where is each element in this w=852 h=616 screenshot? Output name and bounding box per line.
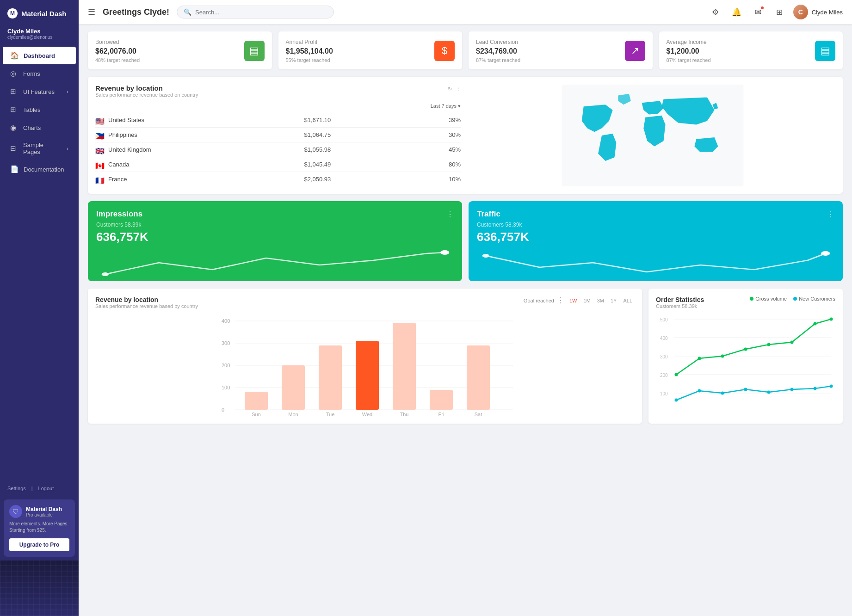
svg-rect-15	[245, 392, 268, 410]
user-menu[interactable]: C Clyde Miles	[793, 5, 843, 19]
stat-card-lead-conversion: Lead Conversion $234,769.00 87% target r…	[469, 31, 653, 69]
svg-point-54	[830, 385, 833, 388]
svg-point-2	[440, 250, 449, 255]
documentation-icon: 📄	[10, 165, 19, 173]
sidebar-item-sample-pages[interactable]: ⊟ Sample Pages ›	[3, 137, 76, 160]
settings-icon-button[interactable]: ⚙	[708, 5, 723, 19]
sidebar-item-charts[interactable]: ◉ Charts	[3, 119, 76, 136]
apps-icon-button[interactable]: ⊞	[772, 5, 787, 19]
forms-icon: ◎	[10, 69, 19, 78]
period-1m[interactable]: 1M	[581, 297, 593, 304]
svg-point-43	[767, 343, 771, 346]
traffic-title: Traffic	[477, 209, 500, 219]
revenue-section: Revenue by location Sales performance re…	[88, 77, 843, 194]
date-filter[interactable]: Last 7 days ▾	[95, 103, 461, 109]
search-box[interactable]: 🔍	[177, 6, 334, 18]
logo-text: Material Dash	[21, 10, 67, 18]
impressions-value: 636,757K	[96, 230, 454, 244]
svg-text:Thu: Thu	[400, 412, 409, 416]
svg-text:Tue: Tue	[326, 412, 335, 416]
upgrade-button[interactable]: Upgrade to Pro	[9, 538, 69, 551]
legend-new-customers: New Cusromers	[799, 296, 835, 302]
stat-icon-profit: $	[434, 41, 455, 61]
stat-label: Annual Profit	[286, 39, 435, 45]
svg-text:Wed: Wed	[362, 412, 372, 416]
traffic-more-icon[interactable]: ⋮	[827, 210, 834, 219]
revenue-title: Revenue by location	[95, 84, 198, 92]
table-row: 🇵🇭 Philippines $1,064.75 30%	[95, 128, 461, 142]
sidebar-nav: 🏠 Dashboard ◎ Forms ⊞ UI Features › ⊞ Ta…	[0, 46, 79, 481]
impressions-title: Impressions	[96, 209, 142, 219]
settings-link[interactable]: Settings	[7, 486, 26, 491]
menu-icon[interactable]: ☰	[88, 7, 95, 17]
sidebar-item-label: Documentation	[24, 166, 64, 173]
svg-point-47	[675, 399, 678, 402]
sidebar-logo[interactable]: M Material Dash	[0, 0, 79, 23]
charts-icon: ◉	[10, 123, 19, 132]
traffic-value: 636,757K	[477, 230, 834, 244]
promo-title: Material Dash	[26, 506, 62, 512]
svg-rect-20	[430, 390, 453, 410]
new-customers-dot	[793, 297, 797, 301]
world-map	[470, 84, 835, 186]
sidebar-item-tables[interactable]: ⊞ Tables	[3, 101, 76, 118]
topbar-username: Clyde Miles	[812, 9, 843, 16]
more-icon[interactable]: ⋮	[456, 86, 461, 92]
divider: |	[31, 486, 33, 491]
period-controls: 1W 1M 3M 1Y ALL	[567, 297, 635, 304]
stat-icon-borrowed: ▤	[244, 41, 265, 61]
page-title: Greetings Clyde!	[103, 7, 169, 17]
period-3m[interactable]: 3M	[595, 297, 606, 304]
table-row: 🇨🇦 Canada $1,045.49 80%	[95, 157, 461, 172]
stat-label: Lead Conversion	[476, 39, 625, 45]
refresh-icon[interactable]: ↻	[448, 86, 452, 92]
traffic-chart-svg	[477, 249, 834, 281]
bar-more-icon[interactable]: ⋮	[557, 296, 564, 305]
sidebar-item-dashboard[interactable]: 🏠 Dashboard	[3, 47, 76, 64]
notifications-icon-button[interactable]: 🔔	[729, 5, 744, 19]
svg-point-50	[744, 388, 747, 391]
stat-sub: 87% target reached	[667, 57, 815, 63]
svg-point-52	[790, 388, 794, 391]
order-stats-section: Order Statistics Customers 58.39k Gross …	[648, 289, 843, 424]
svg-text:300: 300	[660, 354, 668, 359]
stat-value: $1,200.00	[667, 47, 815, 55]
svg-text:200: 200	[222, 363, 230, 368]
promo-subtitle: Pro available	[26, 512, 62, 517]
promo-desc: More elements. More Pages. Starting from…	[9, 521, 69, 534]
svg-point-40	[698, 357, 701, 360]
stat-sub: 87% target reached	[476, 57, 625, 63]
sidebar-item-ui-features[interactable]: ⊞ UI Features ›	[3, 83, 76, 100]
sidebar-item-forms[interactable]: ◎ Forms	[3, 65, 76, 82]
bar-chart-area: 400 300 200 100 0	[95, 314, 635, 416]
stat-label: Average Income	[667, 39, 815, 45]
order-chart-area: 500 400 300 200 100	[656, 314, 835, 407]
search-input[interactable]	[195, 9, 327, 16]
sidebar-footer: Settings | Logout	[0, 481, 79, 496]
sidebar-item-documentation[interactable]: 📄 Documentation	[3, 160, 76, 178]
svg-text:Sun: Sun	[252, 412, 261, 416]
traffic-chart	[477, 249, 834, 281]
period-1y[interactable]: 1Y	[608, 297, 619, 304]
impressions-more-icon[interactable]: ⋮	[446, 210, 454, 219]
impressions-sub: Customers 58.39k	[96, 222, 454, 228]
svg-text:Mon: Mon	[288, 412, 298, 416]
svg-point-46	[830, 318, 833, 321]
table-row: 🇺🇸 United States $1,671.10 39%	[95, 113, 461, 128]
sidebar-item-label: Sample Pages	[23, 142, 62, 155]
email-icon-button[interactable]: ✉	[751, 5, 766, 19]
period-all[interactable]: ALL	[621, 297, 635, 304]
svg-point-53	[814, 387, 817, 390]
svg-point-45	[814, 322, 817, 326]
logout-link[interactable]: Logout	[38, 486, 54, 491]
svg-point-4	[821, 251, 830, 256]
impressions-chart	[96, 249, 454, 281]
order-legend: Gross volume New Cusromers	[750, 296, 835, 302]
sidebar-user: Clyde Miles clydemiles@elenor.us	[0, 23, 79, 46]
sidebar-user-name: Clyde Miles	[7, 28, 71, 35]
period-1w[interactable]: 1W	[567, 297, 580, 304]
legend-gross: Gross volume	[755, 296, 787, 302]
main-area: ☰ Greetings Clyde! 🔍 ⚙ 🔔 ✉ ⊞ C Clyde Mil…	[79, 0, 852, 616]
svg-point-1	[102, 272, 109, 276]
bottom-row: Revenue by location Sales performance re…	[88, 289, 843, 424]
